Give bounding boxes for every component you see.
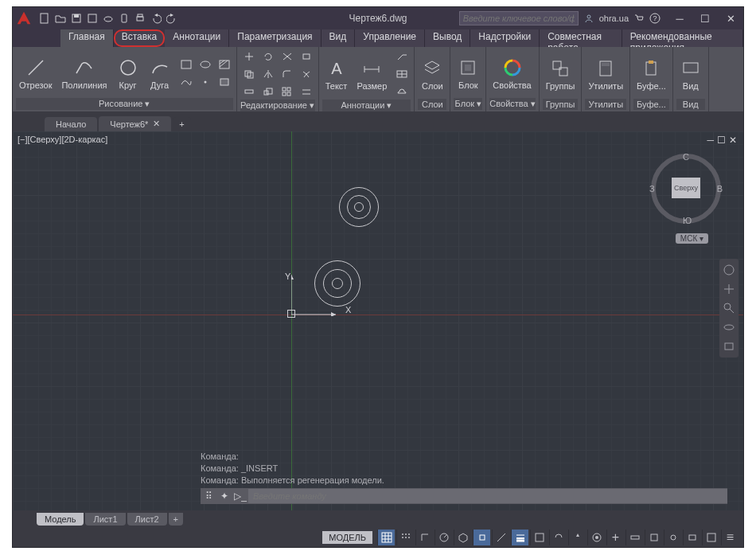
panel-props-title[interactable]: Свойства ▾ [489,98,535,110]
transparency-icon[interactable] [530,530,548,545]
region-icon[interactable] [216,74,233,90]
cloud-anno-icon[interactable] [393,84,411,100]
array-icon[interactable] [279,84,296,100]
customize-icon[interactable]: ≡ [721,530,738,545]
new-icon[interactable] [38,12,51,25]
table-icon[interactable] [393,66,411,82]
print-icon[interactable] [134,12,146,25]
snap-toggle-icon[interactable] [396,530,414,545]
mirror-icon[interactable] [259,66,277,82]
grid-toggle-icon[interactable] [377,530,395,545]
tab-manage[interactable]: Управление [355,29,425,47]
layout-tab-sheet1[interactable]: Лист1 [85,513,125,526]
layout-tab-add[interactable]: + [169,513,183,526]
trim-icon[interactable] [279,49,296,64]
drawing-area[interactable]: [−][Сверху][2D-каркас] ─ ☐ ✕ Y X Сверху … [13,131,743,528]
otrack-icon[interactable] [492,530,509,545]
mobile-icon[interactable] [118,12,131,25]
cleanscreen-icon[interactable] [702,530,719,545]
panel-edit-title[interactable]: Редактирование ▾ [240,100,315,111]
viewcube-s[interactable]: Ю [683,216,692,225]
tab-output[interactable]: Вывод [425,29,470,47]
clipboard-button[interactable]: Буфе... [633,56,669,92]
hardware-icon[interactable] [683,530,700,545]
showmotion-icon[interactable] [723,340,735,353]
maximize-button[interactable]: ☐ [692,7,718,29]
utils-button[interactable]: Утилиты [585,56,626,92]
help-icon[interactable]: ? [649,13,661,24]
cloud-icon[interactable] [102,12,115,25]
minimize-button[interactable]: ─ [667,7,692,29]
tab-annotate[interactable]: Аннотации [165,29,229,47]
doc-tab-new[interactable]: + [173,117,190,131]
open-icon[interactable] [54,12,67,25]
props-button[interactable]: Свойства [489,55,534,92]
drawing-circle-2-inner[interactable] [332,278,343,289]
viewcube-n[interactable]: С [683,152,689,162]
undo-icon[interactable] [150,12,162,25]
save-icon[interactable] [70,12,83,25]
quickprops-icon[interactable] [645,530,662,545]
offset-icon[interactable] [298,84,315,100]
osnap-icon[interactable] [473,530,490,545]
explode-icon[interactable] [298,66,315,82]
viewcube[interactable]: Сверху С Ю В З [651,154,721,224]
doc-tab-current[interactable]: Чертеж6*✕ [99,116,171,131]
layout-tab-model[interactable]: Модель [37,513,84,526]
status-model-badge[interactable]: МОДЕЛЬ [322,531,372,544]
panel-draw-title[interactable]: Рисование ▾ [16,98,233,110]
vp-max-icon[interactable]: ☐ [717,135,726,146]
search-input[interactable] [459,11,579,25]
username-label[interactable]: ohra.ua [599,14,629,23]
polar-icon[interactable] [435,530,452,545]
viewcube-e[interactable]: В [717,184,723,193]
saveas-icon[interactable] [86,12,99,25]
hatch-icon[interactable] [216,57,233,72]
tab-addins[interactable]: Надстройки [470,29,540,47]
cmd-menu-icon[interactable]: ✦ [216,488,232,504]
redo-icon[interactable] [166,12,178,25]
wheel-icon[interactable] [723,264,735,276]
copy-icon[interactable] [240,66,258,82]
rotate-icon[interactable] [259,49,277,64]
cmd-handle-icon[interactable]: ⠿ [201,488,216,504]
layers-button[interactable]: Слои [418,56,446,92]
viewcube-w[interactable]: З [649,184,655,193]
isodraft-icon[interactable] [454,530,471,545]
orbit-icon[interactable] [723,321,735,334]
tab-collab[interactable]: Совместная работа [540,29,622,47]
polyline-button[interactable]: Полилиния [58,55,110,92]
text-button[interactable]: AТекст [322,56,351,92]
tab-view[interactable]: Вид [321,29,356,47]
scale-icon[interactable] [259,84,277,100]
point-icon[interactable] [197,74,214,90]
signin-icon[interactable] [583,13,594,24]
close-tab-icon[interactable]: ✕ [153,119,160,129]
annomonitor-icon[interactable]: + [606,530,624,545]
rect-icon[interactable] [177,57,195,72]
line-button[interactable]: Отрезок [16,55,55,92]
erase-icon[interactable] [298,49,315,64]
circle-button[interactable]: Круг [114,55,142,92]
panel-annotate-title[interactable]: Аннотации ▾ [322,100,411,111]
tab-featured[interactable]: Рекомендованные приложения [622,29,743,47]
viewport-label[interactable]: [−][Сверху][2D-каркас] [18,135,107,144]
drawing-circle-1-inner[interactable] [354,202,364,212]
move-icon[interactable] [240,49,258,64]
ortho-icon[interactable] [415,530,433,545]
stretch-icon[interactable] [240,84,258,100]
groups-button[interactable]: Группы [543,56,579,92]
pan-icon[interactable] [723,283,735,295]
cart-icon[interactable] [633,13,645,24]
leader-icon[interactable] [393,49,411,64]
layout-tab-sheet2[interactable]: Лист2 [127,513,167,526]
arc-button[interactable]: Дуга [146,55,174,92]
tab-insert[interactable]: Вставка [114,29,166,47]
panel-block-title[interactable]: Блок ▾ [454,98,482,110]
lineweight-icon[interactable] [511,530,528,545]
view-button[interactable]: Вид [676,56,705,92]
tab-home[interactable]: Главная [60,29,114,47]
vp-close-icon[interactable]: ✕ [729,135,737,146]
tab-parametric[interactable]: Параметризация [229,29,321,47]
block-button[interactable]: Блок [454,55,482,92]
